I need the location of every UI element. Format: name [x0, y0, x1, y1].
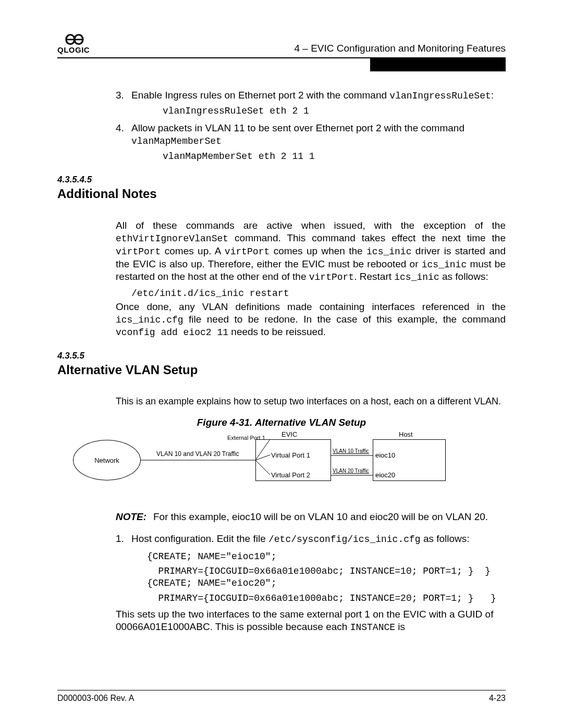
inline-code: ics_inic.cfg — [116, 315, 183, 325]
step-number: 1. — [116, 533, 124, 545]
section-heading: Alternative VLAN Setup — [57, 362, 506, 378]
code-block: /etc/init.d/ics_inic restart — [116, 288, 506, 300]
body-text: Allow packets in VLAN 11 to be sent over… — [131, 122, 464, 133]
inline-code: ics_inic — [422, 260, 467, 270]
page: ᎾᎾ QLOGIC 4 – EVIC Configuration and Mon… — [0, 0, 563, 728]
body-text: comes up when the — [270, 245, 366, 256]
inline-code: vlanMapMemberSet — [131, 136, 222, 146]
body-text: Once done, any VLAN definitions made con… — [116, 301, 506, 312]
page-footer: D000003-006 Rev. A 4-23 — [57, 690, 506, 703]
diagram-label: Host — [399, 430, 413, 438]
body-text: needs to be reissued. — [228, 326, 326, 337]
diagram-connector — [255, 439, 331, 481]
inline-code: INSTANCE — [350, 622, 395, 633]
tab-bar — [370, 58, 506, 71]
logo-text: QLOGIC — [57, 45, 90, 54]
diagram-connector — [331, 430, 373, 493]
inline-code: virtPort — [116, 246, 161, 257]
svg-line-3 — [255, 460, 270, 475]
body-text: as follows: — [421, 533, 470, 544]
diagram-network: Network — [73, 440, 141, 480]
section-number: 4.3.5.4.5 — [57, 174, 506, 185]
svg-line-2 — [255, 455, 270, 460]
inline-code: vlanIngressRuleSet — [389, 91, 491, 101]
step-number: 3. — [116, 89, 124, 102]
section-heading: Additional Notes — [57, 186, 506, 202]
diagram-label: VLAN 10 and VLAN 20 Traffic — [156, 450, 239, 458]
code-block: {CREATE; NAME="eioc10"; — [131, 551, 506, 563]
code-block: PRIMARY={IOCGUID=0x66a01e1000abc; INSTAN… — [131, 593, 506, 604]
step-4: 4. Allow packets in VLAN 11 to be sent o… — [116, 122, 506, 162]
chapter-title: 4 – EVIC Configuration and Monitoring Fe… — [294, 43, 506, 54]
body-text: as follows: — [439, 271, 488, 282]
diagram-label: Network — [94, 456, 119, 464]
colon: : — [491, 90, 494, 101]
body-text: file need to be redone. In the case of t… — [183, 314, 506, 325]
qlogic-logo: ᎾᎾ QLOGIC — [57, 34, 90, 54]
page-header: ᎾᎾ QLOGIC 4 – EVIC Configuration and Mon… — [57, 30, 506, 54]
note-text: For this example, eioc10 will be on VLAN… — [153, 511, 488, 523]
figure-caption: Figure 4-31. Alternative VLAN Setup — [57, 417, 506, 428]
code-block: vlanMapMemberSet eth 2 11 1 — [147, 151, 506, 163]
figure-diagram: Network VLAN 10 and VLAN 20 Traffic Exte… — [73, 430, 448, 493]
diagram-label: VLAN 10 Traffic — [333, 448, 369, 454]
inline-code: vconfig add eioc2 11 — [116, 327, 228, 338]
footer-page-number: 4-23 — [489, 694, 506, 703]
code-block: PRIMARY={IOCGUID=0x66a01e1000abc; INSTAN… — [131, 565, 506, 577]
svg-line-1 — [255, 439, 270, 460]
inline-code: virtPort — [225, 246, 270, 257]
step-1: 1. Host configuration. Edit the file /et… — [116, 533, 506, 604]
body-text: This sets up the two interfaces to the s… — [116, 609, 493, 632]
inline-code: ethVirtIgnoreVlanSet — [116, 233, 228, 244]
body-text: Host configuration. Edit the file — [131, 533, 268, 544]
inline-code: virtPort — [309, 272, 354, 282]
diagram-label: VLAN 20 Traffic — [333, 468, 369, 474]
code-block: {CREATE; NAME="eioc20"; — [131, 577, 506, 589]
inline-code: ics_inic — [366, 246, 411, 257]
section-number: 4.3.5.5 — [57, 350, 506, 361]
step-number: 4. — [116, 122, 124, 134]
body-text: All of these commands are active when is… — [116, 220, 506, 231]
body-text: is — [395, 621, 405, 632]
inline-code: /etc/sysconfig/ics_inic.cfg — [268, 534, 421, 545]
body-text: This is an example explains how to setup… — [116, 396, 501, 406]
inline-code: ics_inic — [394, 272, 439, 282]
body-text: command. This command takes effect the n… — [228, 232, 506, 243]
diagram-label: EVIC — [282, 430, 297, 438]
logo-glyph-icon: ᎾᎾ — [65, 34, 82, 45]
diagram-label: eioc10 — [375, 451, 395, 459]
body-text: Enable Ingress rules on Ethernet port 2 … — [131, 90, 389, 101]
footer-rule — [57, 690, 506, 690]
diagram-label: eioc20 — [375, 471, 395, 479]
footer-docid: D000003-006 Rev. A — [57, 694, 134, 703]
body-text: . Restart — [354, 271, 394, 282]
code-block: vlanIngressRuleSet eth 2 1 — [147, 105, 506, 117]
body-text: comes up. A — [161, 245, 224, 256]
note-label: NOTE: — [116, 511, 153, 523]
step-3: 3. Enable Ingress rules on Ethernet port… — [116, 89, 506, 117]
note: NOTE: For this example, eioc10 will be o… — [116, 511, 506, 523]
